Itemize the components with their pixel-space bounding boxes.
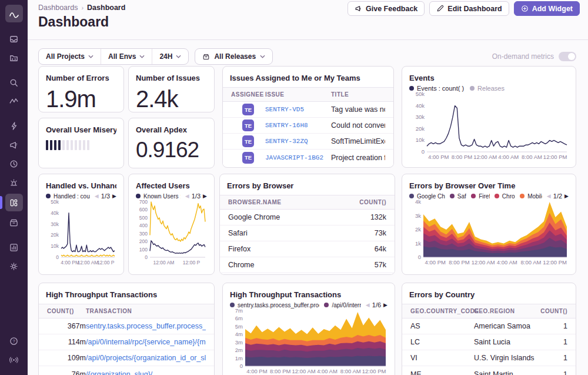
widget-title: Number of Errors [46,74,116,82]
table-cell-count: 1 [539,338,567,346]
widget-title: Affected Users [136,181,207,190]
legend-item[interactable]: Known Users : cour [136,193,181,200]
issue-link[interactable]: SENTRY-VD5 [265,106,331,113]
table-cell-name: Firefox [228,245,352,253]
events-line-chart[interactable]: 010k20k30k40k50k4:00 PM8:00 PM12:00 AM4:… [409,92,569,160]
legend-item[interactable]: Chrome [495,193,515,200]
table-row: 367msentry.tasks.process_buffer.process_… [39,318,214,334]
legend-dot [46,194,51,198]
handled-line-chart[interactable]: 010k20k30k40k50k4:00 PM12:00 AM12:00 P [46,200,116,266]
legend-item[interactable]: sentry.tasks.process_buffer.process_incr [230,302,319,308]
legend-item[interactable]: /api/0/internal/r [324,302,360,308]
widget-high-throughput-table[interactable]: High Throughput Transactions COUNT()TRAN… [38,283,215,375]
table-cell-count: 114m [47,338,86,346]
legend-item[interactable]: Google Chrome [409,193,445,200]
widget-user-misery[interactable]: Overall User Misery [38,118,124,168]
widget-handled-vs-unhandled[interactable]: Handled vs. Unhandled Handled : count( )… [38,174,124,275]
browser-stacked-area-chart[interactable]: 01k2k3k4k4:00 PM8:00 PM12:00 AM4:00 AM8:… [409,200,569,266]
sidebar-item-replays[interactable] [5,156,23,171]
sidebar-item-stats[interactable] [5,240,23,255]
widget-events[interactable]: Events Events : count( )Releases 010k20k… [402,66,576,168]
sidebar-item-settings[interactable] [5,258,23,274]
svg-text:7m: 7m [235,308,243,314]
issue-link[interactable]: SENTRY-16H8 [265,122,331,129]
transaction-link[interactable]: sentry.tasks.process_buffer.process_incr [86,322,206,330]
svg-text:4:00 PM: 4:00 PM [61,260,79,266]
pager-next-icon[interactable]: ▶ [112,193,116,199]
table-row: TESENTRY-VD5Tag value was not a strin [223,102,393,118]
pager-next-icon[interactable]: ▶ [564,193,569,199]
widget-title: Overall User Misery [46,125,116,134]
legend-item[interactable]: Handled : count( ) [46,193,90,200]
svg-text:6m: 6m [235,315,243,321]
legend-item[interactable]: Mobile S [520,193,542,200]
issue-link[interactable]: SENTRY-32ZQ [265,138,331,145]
transaction-link[interactable]: /{organization_slug}/ [86,370,206,375]
column-header-title: TITLE [331,91,385,98]
table-cell-count: 76m [47,370,86,375]
sentry-dashboard-app: ? Dashboards › Dashboard Dashboard Give … [0,0,588,375]
whats-new-broadcast-icon[interactable] [5,352,23,367]
assignee-badge[interactable]: TE [242,120,254,131]
transaction-link[interactable]: /api/0/internal/rpc/{service_name}/{meth… [86,338,206,346]
sidebar-item-user-feedback[interactable] [5,137,23,152]
misery-segment [46,140,48,150]
issue-link[interactable]: JAVASCRIPT-1BG2 [265,154,331,161]
legend-dot [136,194,141,198]
sidebar-item-alerts[interactable] [5,175,23,190]
sidebar-item-releases[interactable] [5,215,23,230]
svg-text:700: 700 [139,200,148,205]
sidebar-item-profiling[interactable] [5,118,23,134]
svg-text:600: 600 [139,207,148,213]
widget-number-of-issues[interactable]: Number of Issues 2.4k [128,66,215,112]
svg-text:4:00 AM: 4:00 AM [498,154,519,160]
widget-affected-users[interactable]: Affected Users Known Users : cour◀1/3▶ 0… [128,174,215,275]
pager-prev-icon[interactable]: ◀ [547,193,551,199]
svg-text:8:00 PM: 8:00 PM [270,368,290,374]
pager-next-icon[interactable]: ▶ [203,193,207,199]
widget-issues-assigned[interactable]: Issues Assigned to Me or My Teams ASSIGN… [222,66,394,168]
affected-users-line-chart[interactable]: 010020030040050060070012:00 AM12:00 P [136,200,207,266]
throughput-stacked-area-chart[interactable]: 01m2m3m4m5m6m7m4:00 PM8:00 PM12:00 AM4:0… [230,308,387,374]
widget-title: Events [409,74,569,82]
widget-high-throughput-chart[interactable]: High Throughput Transactions sentry.task… [222,283,395,375]
pager-prev-icon[interactable]: ◀ [95,193,99,199]
sidebar-item-projects[interactable] [5,50,23,65]
sidebar-item-issues[interactable] [5,31,23,47]
svg-text:2m: 2m [235,347,243,353]
table-row: MFSaint Martin1 [402,366,576,375]
widget-errors-by-browser-over-time[interactable]: Errors by Browser Over Time Google Chrom… [402,174,576,275]
big-number-value: 0.9162 [136,138,207,162]
pager-prev-icon[interactable]: ◀ [185,193,189,199]
assignee-badge[interactable]: TE [242,104,254,115]
table-row: ASAmerican Samoa1 [402,318,576,334]
widget-errors-by-browser[interactable]: Errors by Browser BROWSER.NAMECOUNT()Goo… [219,174,395,275]
assignee-badge[interactable]: TE [242,152,254,164]
pager-next-icon[interactable]: ▶ [383,302,387,308]
widget-errors-by-country[interactable]: Errors by Country GEO.COUNTRY_CODEGEO.RE… [402,283,576,375]
widget-apdex[interactable]: Overall Apdex 0.9162 [128,118,215,168]
sidebar-item-explore[interactable] [5,75,23,90]
help-icon[interactable]: ? [5,333,23,349]
table-row: TEJAVASCRIPT-1BG2Project creation failed [223,150,393,165]
pager-prev-icon[interactable]: ◀ [366,302,370,308]
legend-item[interactable]: Safari [450,193,466,200]
table-row: Firefox64k [220,241,395,257]
sentry-logo[interactable] [5,5,23,22]
column-header-name: BROWSER.NAME [228,199,352,205]
sidebar-item-performance[interactable] [5,94,23,109]
legend-item[interactable]: Events : count( ) [409,85,464,92]
table-cell-count: 367m [47,322,86,330]
legend-item[interactable]: Releases [470,85,505,92]
legend-item[interactable]: Firefox [471,193,490,200]
table-row: Safari73k [220,225,395,241]
svg-text:12:00 PM: 12:00 PM [543,154,567,160]
table-row: 114m/api/0/internal/rpc/{service_name}/{… [39,334,214,350]
svg-text:20k: 20k [51,232,59,238]
widget-number-of-errors[interactable]: Number of Errors 1.9m [38,66,124,112]
assignee-badge[interactable]: TE [242,135,254,147]
sidebar-item-dashboards[interactable] [5,194,23,211]
transaction-link[interactable]: /api/0/projects/{organization_id_or_slug… [86,354,206,362]
legend-dot [324,303,329,307]
table-cell-count: 109m [47,354,86,362]
